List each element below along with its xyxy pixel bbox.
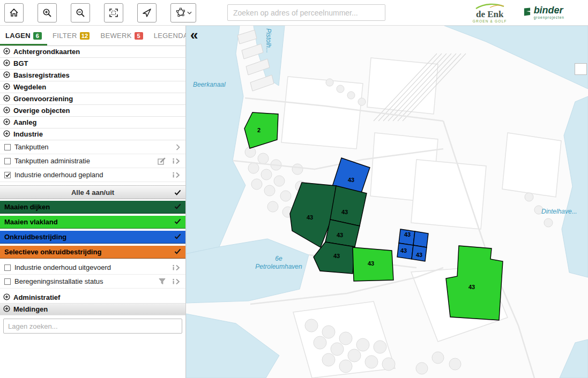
info-arrow-icon[interactable]	[172, 278, 180, 285]
zoom-in-button[interactable]	[38, 3, 57, 22]
map-widget-box[interactable]	[575, 63, 587, 75]
address-search-input[interactable]	[227, 4, 385, 21]
layer-tankputten-administratie[interactable]: Tankputten administratie	[0, 154, 185, 168]
tab-bewerk[interactable]: BEWERK 5	[95, 26, 148, 46]
de-enk-logo: de Enk GROEN & GOLF	[473, 2, 507, 24]
layer-industrie-onderhoud-gepland[interactable]: Industrie onderhoud gepland	[0, 168, 185, 182]
check-icon	[174, 203, 181, 211]
home-button[interactable]	[4, 3, 24, 22]
layer-group-achtergrondkaarten[interactable]: Achtergrondkaarten	[0, 46, 185, 58]
layer-group-bgt[interactable]: BGT	[0, 58, 185, 70]
zoom-out-button[interactable]	[71, 3, 90, 22]
layer-group-label: Groenvoorziening	[13, 95, 73, 103]
legend-label: Maaien vlakland	[4, 218, 58, 226]
layer-industrie-onderhoud-uitgevoerd[interactable]: Industrie onderhoud uitgevoerd	[0, 261, 185, 275]
layer-group-groenvoorziening[interactable]: Groenvoorziening	[0, 93, 185, 105]
check-icon	[174, 189, 181, 197]
layer-group-aanleg[interactable]: Aanleg	[0, 117, 185, 128]
layer-beregeningsinstallatie-status[interactable]: Beregeningsinstallatie status	[0, 275, 185, 289]
collapse-minus-icon	[3, 130, 10, 139]
layer-group-overige-objecten[interactable]: Overige objecten	[0, 105, 185, 117]
expand-plus-icon	[3, 95, 10, 103]
binder-logo: binder groenprojecten	[523, 5, 564, 20]
check-icon	[174, 248, 181, 256]
home-icon	[9, 7, 19, 18]
parcel-label: 43	[337, 232, 343, 238]
expand-plus-icon	[3, 118, 10, 127]
tankputten-administratie-checkbox[interactable]	[4, 158, 11, 164]
polygon-select-button[interactable]	[170, 3, 196, 22]
tankputten-checkbox[interactable]	[4, 144, 11, 150]
edit-icon[interactable]	[158, 157, 166, 165]
parcel-label: 43	[368, 260, 374, 267]
tab-label: LAGEN	[5, 32, 31, 40]
de-enk-tagline: GROEN & GOLF	[473, 20, 507, 24]
layer-search-input[interactable]	[3, 319, 182, 334]
water-label: Petroleumhaven	[255, 263, 302, 270]
onderhoud-gepland-checkbox[interactable]	[4, 172, 11, 178]
top-toolbar: de Enk GROEN & GOLF binder groenprojecte…	[0, 0, 588, 26]
expand-plus-icon	[3, 107, 10, 115]
legend-selectieve-onkruidbestrijding[interactable]: Selectieve onkruidbestrijding	[0, 246, 185, 259]
zoom-out-icon	[75, 7, 86, 18]
layer-group-label: Wegdelen	[13, 83, 46, 91]
map-canvas[interactable]: 243434343434343434343 BeerkanaalPistolh.…	[186, 26, 588, 378]
sidebar-collapse-button[interactable]: «	[190, 28, 198, 42]
info-arrow-icon[interactable]	[172, 172, 180, 178]
info-arrow-icon[interactable]	[172, 264, 180, 271]
legend-maaien-dijken[interactable]: Maaien dijken	[0, 201, 185, 214]
tab-label: FILTER	[53, 32, 77, 40]
info-arrow-icon[interactable]	[172, 158, 180, 164]
tab-label: LEGENDA	[154, 32, 188, 40]
legend-label: Maaien dijken	[4, 203, 50, 211]
locate-button[interactable]	[137, 3, 157, 22]
map-parcel-vlakland-2[interactable]	[244, 112, 278, 148]
legend-label: Selectieve onkruidbestrijding	[4, 248, 101, 256]
chevron-right-icon[interactable]	[176, 144, 180, 150]
legend-maaien-vlakland[interactable]: Maaien vlakland	[0, 216, 185, 229]
water-label: Beerkanaal	[193, 81, 226, 88]
tab-count-badge: 12	[80, 32, 90, 40]
layer-group-label: Aanleg	[13, 118, 36, 126]
map-parcel-dijken-43-b[interactable]	[330, 186, 367, 226]
map-parcel-vlakland-43-b[interactable]	[446, 246, 503, 320]
layer-group-industrie[interactable]: Industrie	[0, 128, 185, 140]
expand-plus-icon	[3, 305, 10, 314]
expand-plus-icon	[3, 83, 10, 92]
map-parcel-onkruid-43-c[interactable]	[413, 231, 428, 247]
brand-logos: de Enk GROEN & GOLF binder groenprojecte…	[473, 2, 588, 24]
check-icon	[174, 218, 181, 226]
layer-group-label: Achtergrondkaarten	[13, 48, 80, 56]
binder-tagline: groenprojecten	[534, 16, 564, 20]
layer-group-meldingen[interactable]: Meldingen	[0, 304, 185, 315]
parcel-label: 43	[341, 209, 348, 215]
layer-group-label: Industrie	[13, 130, 43, 138]
expand-plus-icon	[3, 48, 10, 56]
parcel-label: 43	[400, 247, 407, 254]
zoom-extent-button[interactable]	[104, 3, 123, 22]
legend-onkruidbestrijding[interactable]: Onkruidbestrijding	[0, 231, 185, 244]
layer-label: Beregeningsinstallatie status	[14, 277, 103, 285]
tab-lagen[interactable]: LAGEN 6	[0, 26, 47, 46]
locate-arrow-icon	[142, 7, 152, 18]
layer-tankputten[interactable]: Tankputten	[0, 140, 185, 154]
toggle-all-button[interactable]: Alle 4 aan/uit	[0, 185, 185, 199]
water-label: Pistolh...	[265, 28, 272, 53]
layer-group-administratief[interactable]: Administratief	[0, 292, 185, 304]
parcel-label: 43	[333, 253, 340, 259]
onderhoud-uitgevoerd-checkbox[interactable]	[4, 264, 11, 271]
toggle-all-label: Alle 4 aan/uit	[71, 188, 114, 196]
layer-group-basisregistraties[interactable]: Basisregistraties	[0, 70, 185, 81]
layer-group-wegdelen[interactable]: Wegdelen	[0, 81, 185, 93]
filter-funnel-icon[interactable]	[159, 278, 166, 285]
tab-filter[interactable]: FILTER 12	[47, 26, 95, 46]
parcel-label: 43	[404, 231, 411, 238]
beregening-checkbox[interactable]	[4, 278, 11, 285]
parcel-label: 43	[416, 252, 422, 258]
layer-group-label: Administratief	[13, 293, 60, 301]
layer-label: Tankputten	[14, 143, 49, 151]
layer-group-label: Meldingen	[13, 305, 48, 313]
layer-label: Industrie onderhoud gepland	[14, 171, 103, 179]
layer-label: Tankputten administratie	[14, 157, 90, 165]
caret-down-icon	[187, 11, 192, 14]
